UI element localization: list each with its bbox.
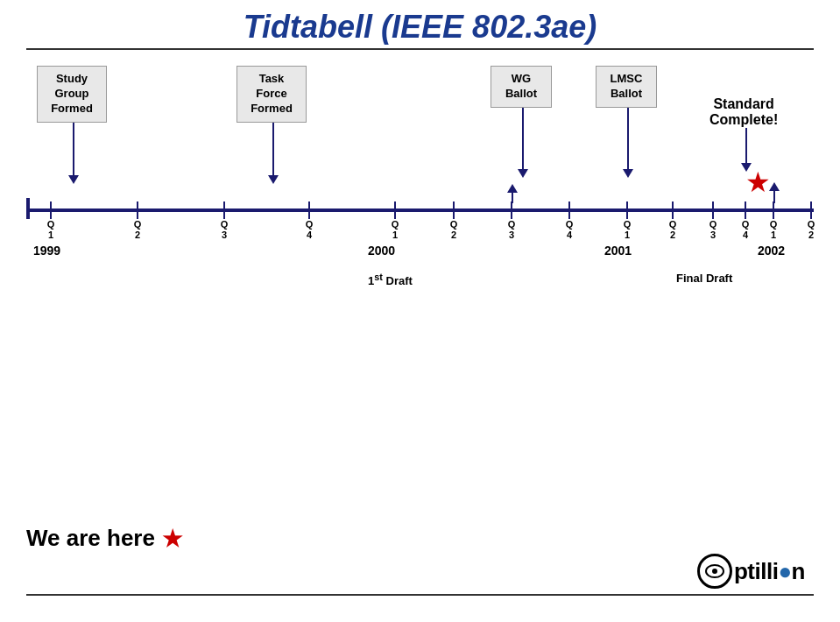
tick-q1-2000 [394,201,396,219]
final-draft-label: Final Draft [676,272,732,285]
first-draft-label: 1st Draft [368,272,413,287]
label-q1-2001: Q 1 [618,219,636,240]
year-1999: 1999 [33,244,60,258]
label-q4-2000: Q 4 [561,219,578,240]
label-q1-2000: Q 1 [386,219,404,240]
tick-q4-1999 [308,201,310,219]
we-are-here-text: We are here [26,525,155,552]
tick-q2-1999 [137,201,138,219]
tick-q3-2000 [511,201,512,219]
standard-complete-star: ★ [745,168,771,196]
task-force-arrow [268,123,279,184]
task-force-text: TaskForceFormed [251,72,293,115]
standard-complete-text: StandardComplete! [709,96,778,127]
page-title: Tidtabell (IEEE 802.3ae) [26,0,814,46]
label-q4-1999: Q 4 [300,219,318,240]
tick-q2-2000 [453,201,455,219]
study-group-label: StudyGroupFormed [37,66,107,123]
q3-2000-arrow-up [507,184,518,203]
label-q2-2000: Q 2 [445,219,462,240]
tick-q3-2001 [712,201,714,219]
label-q2-2001: Q 2 [664,219,681,240]
tick-q4-2001 [745,201,746,219]
label-q2-2002: Q 2 [802,219,820,240]
label-q3-2001: Q 3 [704,219,722,240]
tick-q3-1999 [223,201,225,219]
tick-q1-1999 [50,201,52,219]
logo-eye-icon [704,561,725,582]
lmsc-ballot-label: LMSCBallot [596,66,657,108]
timeline-start [26,198,30,219]
task-force-label: TaskForceFormed [236,66,307,123]
tick-q2-2001 [672,201,674,219]
label-q4-2001: Q 4 [737,219,754,240]
lmsc-ballot-text: LMSCBallot [611,72,643,100]
wg-ballot-text: WGBallot [505,72,537,100]
wg-ballot-arrow [518,108,528,178]
page-container: Tidtabell (IEEE 802.3ae) StudyGroupForme… [0,0,840,622]
bottom-border [26,594,814,596]
year-2002: 2002 [758,244,785,258]
label-q3-1999: Q 3 [215,219,233,240]
year-2000: 2000 [368,244,395,258]
lmsc-ballot-arrow [623,108,633,178]
study-group-text: StudyGroupFormed [51,72,93,115]
label-q2-1999: Q 2 [129,219,146,240]
wg-ballot-label: WGBallot [491,66,552,108]
timeline-line [26,209,814,212]
label-q1-2002: Q 1 [765,219,782,240]
label-q3-2000: Q 3 [503,219,520,240]
logo-text: ptilli●n [734,558,805,585]
we-are-here-star: ★ [162,527,182,550]
study-group-arrow [68,123,79,184]
year-2001: 2001 [604,244,632,258]
logo-circle [697,554,732,589]
label-q1-1999: Q 1 [42,219,60,240]
svg-point-1 [712,569,717,574]
standard-complete-label: StandardComplete! [709,96,778,128]
we-are-here: We are here ★ [26,525,182,552]
tick-q1-2001 [626,201,628,219]
top-border [26,48,814,50]
tick-q4-2000 [568,201,570,219]
standard-complete-arrow [741,128,752,172]
tick-q1-2002 [773,201,774,219]
tick-q2-2002 [810,201,812,219]
optillion-logo: ptilli●n [697,554,805,589]
